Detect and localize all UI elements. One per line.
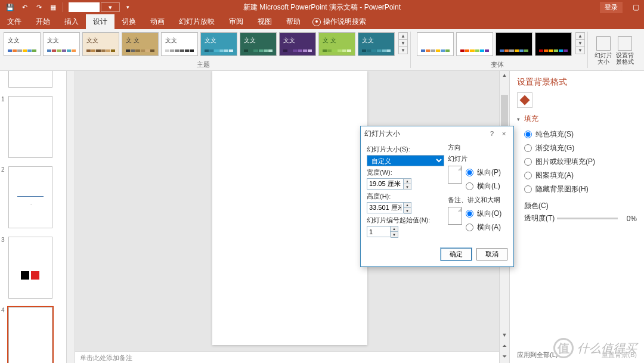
theme-thumb[interactable]: 文文 [200,32,237,56]
height-spinner[interactable]: ▲▼ [367,202,444,214]
theme-thumb[interactable]: 文文 [43,32,80,56]
redo-icon[interactable]: ↷ [32,1,45,13]
slides-portrait-radio[interactable]: 纵向(P) [466,166,501,179]
fill-option-g[interactable]: 渐变填充(G) [517,141,637,155]
variants-nav-more[interactable]: ▼ [575,46,585,54]
scroll-up-arrow[interactable]: ▲ [500,71,509,79]
qat-dropdown[interactable]: ▾ [101,2,120,12]
apply-to-all-button[interactable]: 应用到全部(L) [517,350,558,359]
portrait-doc-icon [448,166,462,184]
cancel-button[interactable]: 取消 [476,248,507,260]
tab-view[interactable]: 视图 [250,14,279,29]
tab-animations[interactable]: 动画 [143,14,172,29]
slide-thumbnail[interactable]: ·· [8,166,52,228]
theme-thumb[interactable]: 文 文 [318,32,355,56]
format-background-icon [618,36,632,51]
variants-gallery-nav: ▲ ▼ ▼ [575,32,585,70]
notes-orient-header: 备注、讲义和大纲 [448,196,507,204]
slide-canvas[interactable] [212,71,367,345]
themes-gallery[interactable]: 文文文文文文文 文文文文文文文文文文 文文文 [0,29,398,56]
slide-thumbnail-panel[interactable]: 12··34 [0,71,67,363]
slides-landscape-radio[interactable]: 横向(L) [466,179,501,193]
dialog-help-icon[interactable]: ? [486,130,498,137]
fill-option-a[interactable]: 图案填充(A) [517,169,637,182]
filename-box[interactable] [69,2,100,12]
scroll-down-arrow[interactable]: ▼ [500,331,509,339]
thumbnail-scrollbar[interactable] [67,71,75,363]
dialog-titlebar[interactable]: 幻灯片大小 ? × [361,126,513,141]
theme-thumb[interactable]: 文 文 [122,32,159,56]
theme-thumb[interactable]: 文文 [82,32,119,56]
width-up[interactable]: ▲ [404,179,411,184]
themes-nav-more[interactable]: ▼ [398,46,408,54]
theme-thumb[interactable]: 文文 [279,32,316,56]
window-title: 新建 Microsoft PowerPoint 演示文稿 - PowerPoin… [243,2,401,13]
height-input[interactable] [367,202,404,213]
fill-tab-icon[interactable] [517,92,532,108]
variant-thumb[interactable] [456,32,493,56]
reset-background-button[interactable]: 重置背景(B) [602,350,637,359]
slide-thumbnail[interactable] [8,71,52,88]
slide-thumbnail[interactable] [8,237,52,299]
titlebar: 💾 ↶ ↷ ▦ ▾ ▾ 新建 Microsoft PowerPoint 演示文稿… [0,0,644,14]
theme-thumb[interactable]: 文文 [161,32,198,56]
notes-pane[interactable]: 单击此处添加备注 [75,351,499,363]
tab-file[interactable]: 文件 [0,14,29,29]
number-up[interactable]: ▲ [391,227,398,232]
variant-thumb[interactable] [535,32,572,56]
format-pane-title: 设置背景格式 [517,77,637,88]
slide-number: 3 [0,237,7,299]
slide-thumbnail[interactable] [8,96,52,158]
dialog-close-icon[interactable]: × [498,130,510,137]
width-label: 宽度(W): [367,168,444,177]
theme-thumb[interactable]: 文文 [358,32,395,56]
slide-size-label: 幻灯片大小(S): [367,145,444,154]
notes-portrait-radio[interactable]: 纵向(O) [466,207,501,221]
theme-thumb[interactable]: 文文 [4,32,41,56]
tab-home[interactable]: 开始 [29,14,57,29]
width-input[interactable] [367,178,404,190]
tab-insert[interactable]: 插入 [57,14,86,29]
start-from-beginning-icon[interactable]: ▦ [47,1,60,13]
next-slide-icon[interactable]: ⏷ [500,352,509,361]
tab-slideshow[interactable]: 幻灯片放映 [172,14,222,29]
slide-number: 2 [0,166,7,228]
themes-group-label: 主题 [197,60,210,69]
start-number-input[interactable] [367,226,391,237]
fill-option-s[interactable]: 纯色填充(S) [517,128,637,141]
fill-option-h[interactable]: 隐藏背景图形(H) [517,182,637,196]
transparency-slider[interactable] [557,218,618,219]
save-icon[interactable]: 💾 [4,1,17,13]
theme-thumb[interactable]: 文文 [240,32,277,56]
format-background-pane: 设置背景格式 填充 纯色填充(S)渐变填充(G)图片或纹理填充(P)图案填充(A… [509,71,644,363]
tab-help[interactable]: 帮助 [279,14,308,29]
tab-design[interactable]: 设计 [86,14,114,29]
format-background-button[interactable]: 设置背景格式 [615,36,634,70]
tell-me-search[interactable]: 操作说明搜索 [308,14,371,29]
login-button[interactable]: 登录 [600,2,623,13]
slide-size-select[interactable]: 自定义 [367,155,444,166]
width-spinner[interactable]: ▲▼ [367,178,444,190]
tab-transitions[interactable]: 切换 [114,14,143,29]
number-down[interactable]: ▼ [391,232,398,237]
ok-button[interactable]: 确定 [441,248,472,260]
height-up[interactable]: ▲ [404,203,411,208]
variant-thumb[interactable] [417,32,454,56]
variants-gallery[interactable] [413,29,575,56]
slide-size-button[interactable]: 幻灯片大小 [594,36,613,70]
transparency-value[interactable]: 0% [620,215,637,223]
notes-landscape-radio[interactable]: 横向(A) [466,221,501,234]
start-number-spinner[interactable]: ▲▼ [367,226,444,238]
tab-review[interactable]: 审阅 [222,14,250,29]
variants-group-label: 变体 [491,60,504,69]
height-down[interactable]: ▼ [404,208,411,213]
variant-thumb[interactable] [496,32,532,56]
undo-icon[interactable]: ↶ [18,1,31,13]
slide-thumbnail[interactable] [8,307,52,363]
ribbon-display-options-icon[interactable]: ▢ [627,0,644,14]
prev-slide-icon[interactable]: ⏶ [500,342,509,350]
width-down[interactable]: ▼ [404,184,411,190]
fill-section-header[interactable]: 填充 [517,114,637,124]
fill-option-p[interactable]: 图片或纹理填充(P) [517,155,637,169]
qat-customize[interactable]: ▾ [121,1,134,13]
